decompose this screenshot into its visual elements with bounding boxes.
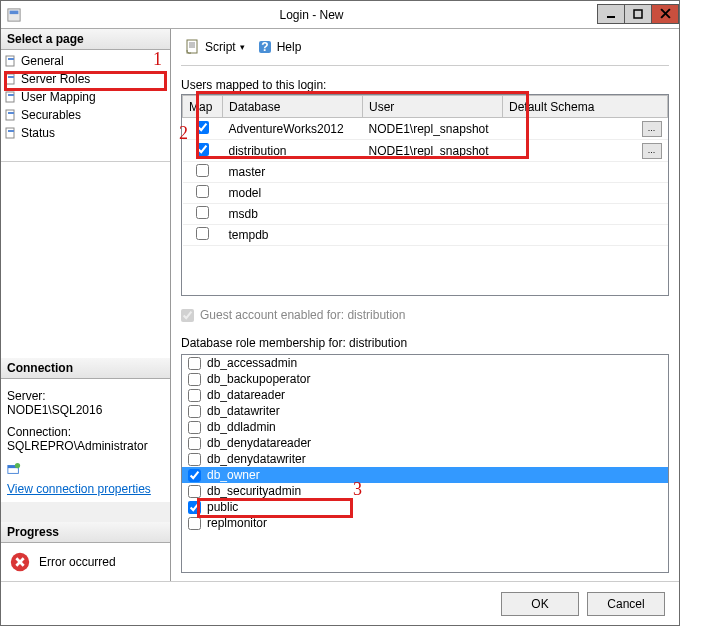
svg-rect-6 [6, 56, 14, 66]
table-row[interactable]: model [183, 183, 668, 204]
role-item-public[interactable]: public [182, 499, 668, 515]
progress-status: Error occurred [39, 555, 116, 569]
role-checkbox[interactable] [188, 501, 201, 514]
svg-rect-14 [6, 128, 14, 138]
cancel-button[interactable]: Cancel [587, 592, 665, 616]
svg-rect-9 [8, 76, 14, 78]
role-checkbox[interactable] [188, 469, 201, 482]
sidebar-item-securables[interactable]: Securables [1, 106, 170, 124]
svg-rect-10 [6, 92, 14, 102]
cell-database: msdb [223, 204, 363, 225]
table-row[interactable]: msdb [183, 204, 668, 225]
connection-label: Connection: [7, 425, 164, 439]
svg-rect-7 [8, 58, 14, 60]
script-label: Script [205, 40, 236, 54]
cell-user: NODE1\repl_snapshot [363, 118, 503, 140]
page-icon [5, 127, 17, 139]
role-label: public [207, 500, 238, 514]
help-label: Help [277, 40, 302, 54]
role-item-db_owner[interactable]: db_owner [182, 467, 668, 483]
role-label: db_ddladmin [207, 420, 276, 434]
close-button[interactable] [651, 4, 679, 24]
roles-list[interactable]: db_accessadmindb_backupoperatordb_datare… [181, 354, 669, 573]
script-button[interactable]: Script ▾ [181, 37, 249, 57]
role-item-db_denydatawriter[interactable]: db_denydatawriter [182, 451, 668, 467]
table-row[interactable]: AdventureWorks2012NODE1\repl_snapshot... [183, 118, 668, 140]
server-value: NODE1\SQL2016 [7, 403, 164, 417]
maximize-button[interactable] [624, 4, 652, 24]
col-database[interactable]: Database [223, 96, 363, 118]
svg-rect-13 [8, 112, 14, 114]
svg-rect-8 [6, 74, 14, 84]
role-item-db_datawriter[interactable]: db_datawriter [182, 403, 668, 419]
col-user[interactable]: User [363, 96, 503, 118]
help-button[interactable]: ? Help [253, 37, 306, 57]
map-checkbox[interactable] [196, 121, 209, 134]
role-item-replmonitor[interactable]: replmonitor [182, 515, 668, 531]
role-checkbox[interactable] [188, 405, 201, 418]
cell-user [363, 183, 503, 204]
guest-checkbox [181, 309, 194, 322]
minimize-button[interactable] [597, 4, 625, 24]
connection-value: SQLREPRO\Administrator [7, 439, 164, 453]
role-checkbox[interactable] [188, 485, 201, 498]
window-title: Login - New [25, 8, 598, 22]
role-checkbox[interactable] [188, 517, 201, 530]
page-list: GeneralServer RolesUser MappingSecurable… [1, 50, 170, 162]
role-label: db_denydatawriter [207, 452, 306, 466]
map-checkbox[interactable] [196, 185, 209, 198]
role-label: db_backupoperator [207, 372, 310, 386]
role-checkbox[interactable] [188, 421, 201, 434]
cell-user: NODE1\repl_snapshot [363, 140, 503, 162]
titlebar[interactable]: Login - New [1, 1, 679, 29]
view-connection-properties-link[interactable]: View connection properties [7, 482, 151, 496]
map-checkbox[interactable] [196, 206, 209, 219]
role-label: db_denydatareader [207, 436, 311, 450]
role-item-db_denydatareader[interactable]: db_denydatareader [182, 435, 668, 451]
ok-button[interactable]: OK [501, 592, 579, 616]
col-default-schema[interactable]: Default Schema [503, 96, 668, 118]
role-item-db_accessadmin[interactable]: db_accessadmin [182, 355, 668, 371]
map-checkbox[interactable] [196, 143, 209, 156]
sidebar-item-status[interactable]: Status [1, 124, 170, 142]
sidebar: Select a page GeneralServer RolesUser Ma… [1, 29, 171, 581]
page-icon [5, 73, 17, 85]
error-icon [9, 551, 31, 573]
properties-icon [7, 462, 21, 476]
role-label: db_accessadmin [207, 356, 297, 370]
cell-default-schema [503, 225, 668, 246]
sidebar-item-server-roles[interactable]: Server Roles [1, 70, 170, 88]
role-label: db_datareader [207, 388, 285, 402]
role-item-db_ddladmin[interactable]: db_ddladmin [182, 419, 668, 435]
cell-database: master [223, 162, 363, 183]
guest-account-row: Guest account enabled for: distribution [181, 308, 669, 322]
role-checkbox[interactable] [188, 453, 201, 466]
role-checkbox[interactable] [188, 357, 201, 370]
role-checkbox[interactable] [188, 389, 201, 402]
table-row[interactable]: master [183, 162, 668, 183]
map-checkbox[interactable] [196, 164, 209, 177]
table-row[interactable]: tempdb [183, 225, 668, 246]
map-checkbox[interactable] [196, 227, 209, 240]
role-item-db_securityadmin[interactable]: db_securityadmin [182, 483, 668, 499]
app-icon [7, 8, 21, 22]
table-row[interactable]: distributionNODE1\repl_snapshot... [183, 140, 668, 162]
cell-user [363, 225, 503, 246]
schema-browse-button[interactable]: ... [642, 121, 662, 137]
role-checkbox[interactable] [188, 373, 201, 386]
schema-browse-button[interactable]: ... [642, 143, 662, 159]
page-icon [5, 91, 17, 103]
cell-user [363, 204, 503, 225]
sidebar-item-general[interactable]: General [1, 52, 170, 70]
users-mapped-grid[interactable]: Map Database User Default Schema Adventu… [181, 94, 669, 296]
svg-rect-12 [6, 110, 14, 120]
role-label: db_datawriter [207, 404, 280, 418]
role-item-db_datareader[interactable]: db_datareader [182, 387, 668, 403]
guest-label: Guest account enabled for: distribution [200, 308, 405, 322]
sidebar-item-user-mapping[interactable]: User Mapping [1, 88, 170, 106]
col-map[interactable]: Map [183, 96, 223, 118]
role-checkbox[interactable] [188, 437, 201, 450]
dialog-footer: OK Cancel [1, 581, 679, 625]
chevron-down-icon: ▾ [240, 42, 245, 52]
role-item-db_backupoperator[interactable]: db_backupoperator [182, 371, 668, 387]
